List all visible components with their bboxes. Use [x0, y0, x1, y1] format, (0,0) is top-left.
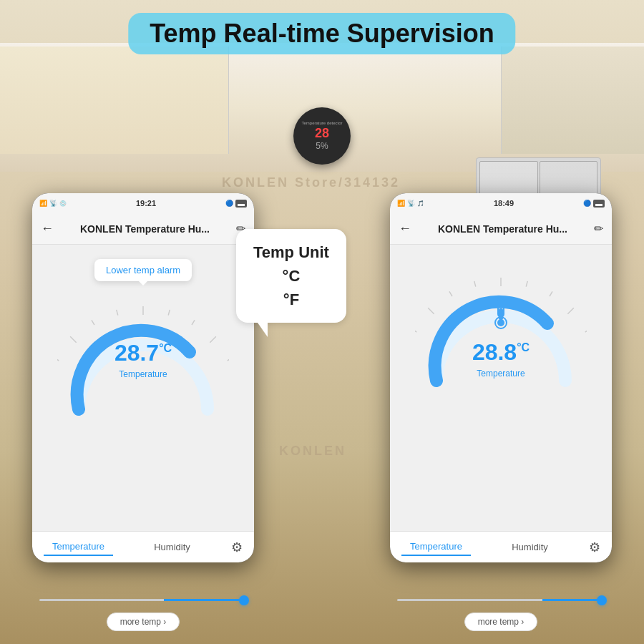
app-header-left: ← KONLEN Temperature Hu... ✏	[32, 213, 254, 245]
back-button-right[interactable]: ←	[399, 221, 411, 236]
temp-value-left: 28.7	[114, 340, 159, 366]
temp-unit-left: °C	[159, 342, 172, 354]
svg-line-27	[474, 281, 476, 287]
phone-right: 📶 📡 🎵 18:49 🔵 ▬ ← KONLEN Temperature Hu.…	[390, 193, 612, 562]
slider-track-left[interactable]	[39, 599, 247, 601]
wall-device-label: Temperature detector	[301, 121, 342, 126]
svg-line-31	[567, 308, 573, 313]
slider-thumb-left[interactable]	[239, 595, 249, 605]
phone-left: 📶 📡 💿 19:21 🔵 ▬ ← KONLEN Temperature Hu.…	[32, 193, 254, 562]
back-button-left[interactable]: ←	[41, 221, 54, 236]
svg-line-13	[228, 358, 229, 361]
svg-line-7	[92, 320, 94, 325]
app-title-left: KONLEN Temperature Hu...	[61, 223, 229, 235]
svg-line-12	[210, 336, 215, 342]
signal-right: 📶 📡 🎵	[397, 200, 424, 207]
slider-left	[32, 599, 254, 601]
time-right: 18:49	[494, 199, 514, 208]
temp-label-left: Temperature	[114, 369, 172, 379]
temp-display-left: 28.7°C Temperature	[114, 340, 172, 379]
alarm-tooltip: Lower temp alarm	[94, 259, 192, 281]
slider-thumb-right[interactable]	[597, 595, 607, 605]
battery-right: 🔵 ▬	[583, 200, 605, 208]
svg-line-6	[70, 336, 76, 342]
svg-line-24	[415, 329, 416, 332]
svg-line-11	[192, 320, 195, 325]
svg-line-10	[168, 310, 170, 316]
watermark-bottom: KONLEN	[279, 444, 346, 459]
svg-line-30	[550, 291, 552, 296]
temp-unit-right: °C	[517, 341, 530, 353]
more-temp-button-left[interactable]: more temp ›	[107, 613, 180, 631]
temp-display-right: 28.8°C Temperature	[472, 318, 530, 379]
slider-track-right[interactable]	[397, 599, 605, 601]
svg-line-32	[585, 329, 587, 332]
speech-bubble-content: Temp Unit °C °F	[253, 240, 329, 311]
slider-right	[390, 599, 612, 601]
wall-device-temp: 28	[315, 126, 329, 141]
watermark-top: KONLEN Store/314132	[222, 175, 400, 190]
wall-device-percent: 5%	[316, 141, 328, 151]
temp-value-right: 28.8	[472, 339, 517, 365]
more-temp-area-left: more temp ›	[32, 613, 254, 631]
app-tabs-right: Temperature Humidity ⚙	[390, 531, 612, 562]
speech-bubble: Temp Unit °C °F	[236, 229, 346, 323]
svg-line-5	[57, 358, 59, 361]
svg-line-29	[526, 281, 527, 287]
more-temp-area-right: more temp ›	[390, 613, 612, 631]
battery-left: 🔵 ▬	[225, 200, 247, 208]
svg-line-8	[117, 310, 118, 316]
wall-thermometer-device: Temperature detector 28 5%	[293, 107, 351, 165]
gauge-right: 28.8°C Temperature	[415, 259, 587, 402]
svg-line-26	[449, 291, 452, 296]
edit-button-right[interactable]: ✏	[594, 222, 603, 235]
time-left: 19:21	[136, 199, 156, 208]
gauge-left: 28.7°C Temperature	[57, 288, 229, 431]
app-tabs-left: Temperature Humidity ⚙	[32, 531, 254, 562]
temp-label-right: Temperature	[472, 369, 530, 379]
tab-humidity-right[interactable]: Humidity	[503, 539, 557, 555]
app-content-left: Lower temp alarm	[32, 245, 254, 531]
cabinet-right	[501, 47, 644, 154]
tab-temperature-left[interactable]: Temperature	[44, 538, 113, 556]
cabinet-upper	[0, 47, 229, 154]
tab-temperature-right[interactable]: Temperature	[401, 538, 471, 556]
app-content-right: 28.8°C Temperature	[390, 245, 612, 531]
settings-icon-right[interactable]: ⚙	[589, 540, 600, 555]
app-header-right: ← KONLEN Temperature Hu... ✏	[390, 213, 612, 245]
page-title: Temp Real-time Supervision	[150, 19, 494, 49]
settings-icon-left[interactable]: ⚙	[231, 540, 243, 555]
svg-line-25	[428, 308, 434, 313]
more-temp-button-right[interactable]: more temp ›	[464, 613, 538, 631]
status-bar-right: 📶 📡 🎵 18:49 🔵 ▬	[390, 193, 612, 213]
signal-left: 📶 📡 💿	[39, 200, 67, 207]
status-bar-left: 📶 📡 💿 19:21 🔵 ▬	[32, 193, 254, 213]
title-banner: Temp Real-time Supervision	[128, 13, 515, 54]
app-title-right: KONLEN Temperature Hu...	[419, 223, 587, 235]
tab-humidity-left[interactable]: Humidity	[145, 539, 199, 555]
